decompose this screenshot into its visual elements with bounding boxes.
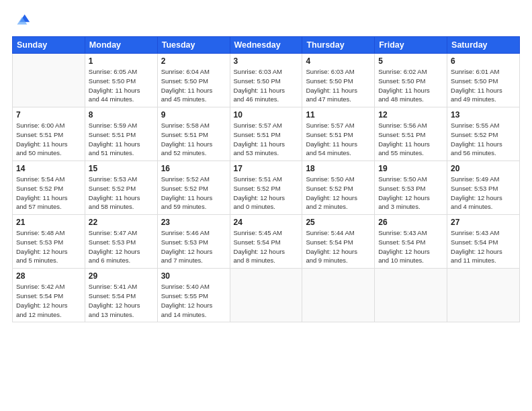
- day-number: 21: [16, 218, 81, 227]
- day-info: Sunrise: 5:51 AMSunset: 5:52 PMDaylight:…: [234, 175, 299, 212]
- day-info: Sunrise: 6:04 AMSunset: 5:50 PMDaylight:…: [161, 67, 226, 104]
- day-number: 19: [378, 164, 443, 173]
- calendar-cell: [302, 269, 375, 322]
- day-number: 24: [234, 218, 299, 227]
- calendar-cell: [375, 269, 447, 322]
- week-row-4: 21Sunrise: 5:48 AMSunset: 5:53 PMDayligh…: [13, 215, 520, 269]
- day-number: 3: [234, 56, 299, 66]
- day-info: Sunrise: 5:45 AMSunset: 5:54 PMDaylight:…: [234, 228, 299, 265]
- page: SundayMondayTuesdayWednesdayThursdayFrid…: [0, 0, 532, 411]
- header: [12, 11, 520, 30]
- day-info: Sunrise: 5:58 AMSunset: 5:51 PMDaylight:…: [161, 121, 226, 158]
- week-row-5: 28Sunrise: 5:42 AMSunset: 5:54 PMDayligh…: [13, 269, 520, 322]
- calendar-cell: 11Sunrise: 5:57 AMSunset: 5:51 PMDayligh…: [302, 107, 375, 161]
- day-number: 18: [306, 164, 371, 173]
- header-row: SundayMondayTuesdayWednesdayThursdayFrid…: [13, 37, 520, 54]
- day-number: 20: [451, 164, 516, 173]
- day-info: Sunrise: 5:42 AMSunset: 5:54 PMDaylight:…: [16, 282, 81, 319]
- day-number: 25: [306, 218, 371, 227]
- day-info: Sunrise: 5:52 AMSunset: 5:52 PMDaylight:…: [161, 175, 226, 212]
- col-header-tuesday: Tuesday: [157, 37, 230, 54]
- day-number: 17: [234, 164, 299, 173]
- day-number: 11: [306, 110, 371, 120]
- calendar-cell: 21Sunrise: 5:48 AMSunset: 5:53 PMDayligh…: [13, 215, 85, 269]
- col-header-wednesday: Wednesday: [230, 37, 302, 54]
- calendar-cell: 5Sunrise: 6:02 AMSunset: 5:50 PMDaylight…: [375, 54, 447, 107]
- day-info: Sunrise: 5:57 AMSunset: 5:51 PMDaylight:…: [234, 121, 299, 158]
- day-info: Sunrise: 5:59 AMSunset: 5:51 PMDaylight:…: [89, 121, 154, 158]
- col-header-friday: Friday: [375, 37, 447, 54]
- col-header-thursday: Thursday: [302, 37, 375, 54]
- calendar-cell: 16Sunrise: 5:52 AMSunset: 5:52 PMDayligh…: [157, 161, 230, 215]
- calendar-cell: 10Sunrise: 5:57 AMSunset: 5:51 PMDayligh…: [230, 107, 302, 161]
- day-number: 6: [451, 56, 516, 66]
- calendar-cell: 26Sunrise: 5:43 AMSunset: 5:54 PMDayligh…: [375, 215, 447, 269]
- calendar: SundayMondayTuesdayWednesdayThursdayFrid…: [12, 36, 520, 322]
- day-info: Sunrise: 5:41 AMSunset: 5:54 PMDaylight:…: [89, 282, 154, 319]
- calendar-cell: 18Sunrise: 5:50 AMSunset: 5:52 PMDayligh…: [302, 161, 375, 215]
- calendar-cell: 25Sunrise: 5:44 AMSunset: 5:54 PMDayligh…: [302, 215, 375, 269]
- col-header-sunday: Sunday: [13, 37, 85, 54]
- calendar-cell: 27Sunrise: 5:43 AMSunset: 5:54 PMDayligh…: [447, 215, 520, 269]
- calendar-cell: 9Sunrise: 5:58 AMSunset: 5:51 PMDaylight…: [157, 107, 230, 161]
- day-info: Sunrise: 6:00 AMSunset: 5:51 PMDaylight:…: [16, 121, 81, 158]
- calendar-cell: 4Sunrise: 6:03 AMSunset: 5:50 PMDaylight…: [302, 54, 375, 107]
- day-number: 9: [161, 110, 226, 120]
- day-number: 1: [89, 56, 154, 66]
- day-info: Sunrise: 6:05 AMSunset: 5:50 PMDaylight:…: [89, 67, 154, 104]
- day-info: Sunrise: 5:53 AMSunset: 5:52 PMDaylight:…: [89, 175, 154, 212]
- day-number: 4: [306, 56, 371, 66]
- calendar-cell: 15Sunrise: 5:53 AMSunset: 5:52 PMDayligh…: [85, 161, 157, 215]
- day-info: Sunrise: 6:03 AMSunset: 5:50 PMDaylight:…: [306, 67, 371, 104]
- day-info: Sunrise: 5:50 AMSunset: 5:52 PMDaylight:…: [306, 175, 371, 212]
- calendar-cell: [13, 54, 85, 107]
- day-info: Sunrise: 5:43 AMSunset: 5:54 PMDaylight:…: [378, 228, 443, 265]
- day-number: 22: [89, 218, 154, 227]
- day-info: Sunrise: 5:49 AMSunset: 5:53 PMDaylight:…: [451, 175, 516, 212]
- day-info: Sunrise: 5:57 AMSunset: 5:51 PMDaylight:…: [306, 121, 371, 158]
- calendar-cell: 29Sunrise: 5:41 AMSunset: 5:54 PMDayligh…: [85, 269, 157, 322]
- day-number: 30: [161, 271, 226, 281]
- calendar-cell: 22Sunrise: 5:47 AMSunset: 5:53 PMDayligh…: [85, 215, 157, 269]
- day-info: Sunrise: 5:55 AMSunset: 5:52 PMDaylight:…: [451, 121, 516, 158]
- day-number: 29: [89, 271, 154, 281]
- calendar-cell: 3Sunrise: 6:03 AMSunset: 5:50 PMDaylight…: [230, 54, 302, 107]
- day-info: Sunrise: 5:47 AMSunset: 5:53 PMDaylight:…: [89, 228, 154, 265]
- day-number: 15: [89, 164, 154, 173]
- calendar-cell: 23Sunrise: 5:46 AMSunset: 5:53 PMDayligh…: [157, 215, 230, 269]
- calendar-cell: 14Sunrise: 5:54 AMSunset: 5:52 PMDayligh…: [13, 161, 85, 215]
- calendar-cell: 17Sunrise: 5:51 AMSunset: 5:52 PMDayligh…: [230, 161, 302, 215]
- day-number: 27: [451, 218, 516, 227]
- day-number: 10: [234, 110, 299, 120]
- day-info: Sunrise: 6:01 AMSunset: 5:50 PMDaylight:…: [451, 67, 516, 104]
- col-header-monday: Monday: [85, 37, 157, 54]
- day-info: Sunrise: 5:46 AMSunset: 5:53 PMDaylight:…: [161, 228, 226, 265]
- logo: [12, 11, 34, 30]
- week-row-2: 7Sunrise: 6:00 AMSunset: 5:51 PMDaylight…: [13, 107, 520, 161]
- calendar-cell: 12Sunrise: 5:56 AMSunset: 5:51 PMDayligh…: [375, 107, 447, 161]
- calendar-cell: 2Sunrise: 6:04 AMSunset: 5:50 PMDaylight…: [157, 54, 230, 107]
- calendar-cell: 6Sunrise: 6:01 AMSunset: 5:50 PMDaylight…: [447, 54, 520, 107]
- calendar-cell: 7Sunrise: 6:00 AMSunset: 5:51 PMDaylight…: [13, 107, 85, 161]
- calendar-cell: 13Sunrise: 5:55 AMSunset: 5:52 PMDayligh…: [447, 107, 520, 161]
- calendar-cell: 24Sunrise: 5:45 AMSunset: 5:54 PMDayligh…: [230, 215, 302, 269]
- day-info: Sunrise: 5:54 AMSunset: 5:52 PMDaylight:…: [16, 175, 81, 212]
- day-info: Sunrise: 6:03 AMSunset: 5:50 PMDaylight:…: [234, 67, 299, 104]
- calendar-cell: [230, 269, 302, 322]
- week-row-3: 14Sunrise: 5:54 AMSunset: 5:52 PMDayligh…: [13, 161, 520, 215]
- day-number: 16: [161, 164, 226, 173]
- day-info: Sunrise: 5:40 AMSunset: 5:55 PMDaylight:…: [161, 282, 226, 319]
- day-number: 28: [16, 271, 81, 281]
- day-number: 5: [378, 56, 443, 66]
- day-number: 12: [378, 110, 443, 120]
- day-info: Sunrise: 5:43 AMSunset: 5:54 PMDaylight:…: [451, 228, 516, 265]
- calendar-cell: 28Sunrise: 5:42 AMSunset: 5:54 PMDayligh…: [13, 269, 85, 322]
- day-number: 14: [16, 164, 81, 173]
- day-number: 13: [451, 110, 516, 120]
- day-info: Sunrise: 6:02 AMSunset: 5:50 PMDaylight:…: [378, 67, 443, 104]
- calendar-cell: 30Sunrise: 5:40 AMSunset: 5:55 PMDayligh…: [157, 269, 230, 322]
- calendar-cell: 20Sunrise: 5:49 AMSunset: 5:53 PMDayligh…: [447, 161, 520, 215]
- day-info: Sunrise: 5:56 AMSunset: 5:51 PMDaylight:…: [378, 121, 443, 158]
- calendar-cell: 8Sunrise: 5:59 AMSunset: 5:51 PMDaylight…: [85, 107, 157, 161]
- day-number: 7: [16, 110, 81, 120]
